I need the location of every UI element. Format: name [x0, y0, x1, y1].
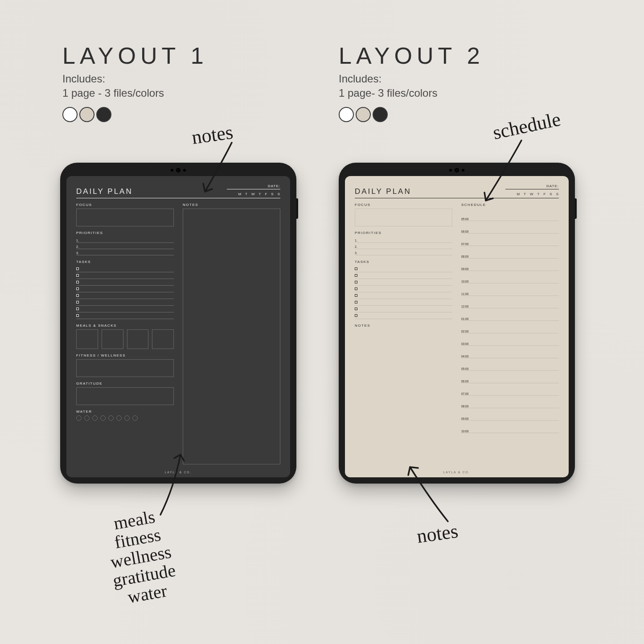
planner-screen-dark: DAILY PLAN DATE: M T W T F S S — [66, 176, 290, 477]
tasks-list — [76, 266, 174, 319]
meal-box — [127, 329, 149, 349]
task-line — [76, 306, 174, 312]
schedule-list: 05:0006:0007:0008:0009:0010:0011:0012:00… — [461, 209, 559, 433]
checkbox-icon — [76, 267, 79, 270]
swatch-white-icon — [62, 107, 78, 122]
task-line — [76, 286, 174, 292]
annotation-list: meals fitness wellness gratitude water — [102, 505, 180, 608]
task-line — [76, 292, 174, 299]
day-f: F — [265, 192, 267, 196]
layout2-includes-label: Includes: — [339, 73, 381, 85]
focus-box — [76, 209, 174, 226]
schedule-time: 01:00 — [461, 317, 469, 320]
layout1-includes-label: Includes: — [62, 73, 105, 85]
water-circle-icon — [92, 415, 98, 421]
layout1-title: LAYOUT 1 — [62, 42, 276, 69]
checkbox-icon — [76, 274, 79, 277]
layout2-header: LAYOUT 2 Includes: 1 page- 3 files/color… — [339, 42, 553, 122]
checkbox-icon — [355, 308, 357, 310]
arrow-icon — [468, 134, 539, 209]
checkbox-icon — [355, 314, 357, 317]
schedule-time: 07:00 — [461, 242, 469, 246]
tablet-layout1: DAILY PLAN DATE: M T W T F S S — [60, 163, 296, 484]
priority-line: 3. — [355, 249, 452, 255]
priority-line: 3. — [76, 249, 174, 255]
swatch-black-icon — [96, 107, 111, 122]
schedule-time: 03:00 — [461, 342, 469, 345]
checkbox-icon — [76, 281, 79, 283]
schedule-line: 07:00 — [461, 383, 559, 396]
focus-label: FOCUS — [355, 203, 452, 207]
water-label: WATER — [76, 410, 174, 414]
planner-right-col: SCHEDULE 05:0006:0007:0008:0009:0010:001… — [461, 203, 559, 468]
tasks-label: TASKS — [76, 260, 174, 264]
checkbox-icon — [76, 308, 79, 310]
swatch-beige-icon — [79, 107, 94, 122]
tablet-layout2: DAILY PLAN DATE: M T W T F S S — [339, 163, 575, 484]
checkbox-icon — [355, 281, 357, 283]
task-line — [355, 266, 452, 272]
swatch-white-icon — [339, 107, 354, 122]
priorities-label: PRIORITIES — [76, 231, 174, 235]
schedule-time: 07:00 — [461, 392, 469, 395]
task-line — [355, 292, 452, 299]
priority-line: 2. — [355, 243, 452, 249]
planner-right-col: NOTES — [183, 203, 280, 468]
schedule-line: 12:00 — [461, 296, 559, 308]
gratitude-label: GRATITUDE — [76, 381, 174, 386]
meals-row — [76, 329, 174, 349]
schedule-time: 12:00 — [461, 305, 469, 308]
arrow-icon — [399, 459, 470, 530]
day-s2: S — [556, 192, 559, 196]
checkbox-icon — [355, 267, 357, 270]
water-circle-icon — [108, 415, 114, 421]
meals-label: MEALS & SNACKS — [76, 324, 174, 328]
meal-box — [76, 329, 98, 349]
schedule-line: 07:00 — [461, 234, 559, 246]
schedule-line: 05:00 — [461, 358, 559, 371]
schedule-line: 08:00 — [461, 246, 559, 258]
schedule-time: 08:00 — [461, 405, 469, 408]
planner-title: DAILY PLAN — [76, 187, 133, 196]
tablet-camera-icon — [171, 168, 186, 172]
schedule-line: 09:00 — [461, 408, 559, 421]
schedule-time: 06:00 — [461, 230, 469, 233]
task-line — [355, 279, 452, 286]
layout2-includes-detail: 1 page- 3 files/colors — [339, 87, 437, 99]
task-line — [76, 312, 174, 319]
task-line — [355, 272, 452, 279]
planner-left-col: FOCUS PRIORITIES 1. 2. 3. TASKS NOTES — [355, 203, 452, 468]
layout2-title: LAYOUT 2 — [339, 42, 553, 69]
focus-label: FOCUS — [76, 203, 174, 207]
meal-box — [102, 329, 123, 349]
arrow-icon — [192, 134, 263, 205]
day-f: F — [543, 192, 546, 196]
meal-box — [152, 329, 174, 349]
checkbox-icon — [355, 301, 357, 304]
schedule-time: 11:00 — [461, 292, 469, 295]
arrow-icon — [152, 448, 214, 519]
checkbox-icon — [355, 294, 357, 297]
schedule-time: 04:00 — [461, 355, 469, 358]
task-line — [76, 266, 174, 272]
checkbox-icon — [355, 274, 357, 277]
water-circle-icon — [116, 415, 122, 421]
schedule-time: 02:00 — [461, 330, 469, 333]
planner-title: DAILY PLAN — [355, 187, 411, 196]
schedule-line: 09:00 — [461, 258, 559, 271]
swatch-beige-icon — [356, 107, 371, 122]
priority-line: 1. — [355, 237, 452, 243]
schedule-line: 10:00 — [461, 421, 559, 433]
schedule-time: 05:00 — [461, 367, 469, 370]
task-line — [355, 286, 452, 292]
checkbox-icon — [76, 287, 79, 290]
schedule-line: 10:00 — [461, 271, 559, 283]
task-line — [76, 299, 174, 306]
schedule-time: 09:00 — [461, 417, 469, 420]
planner-screen-beige: DAILY PLAN DATE: M T W T F S S — [345, 176, 569, 477]
schedule-line: 06:00 — [461, 221, 559, 234]
water-circle-icon — [84, 415, 90, 421]
checkbox-icon — [76, 294, 79, 297]
task-line — [355, 299, 452, 306]
swatch-black-icon — [373, 107, 388, 122]
